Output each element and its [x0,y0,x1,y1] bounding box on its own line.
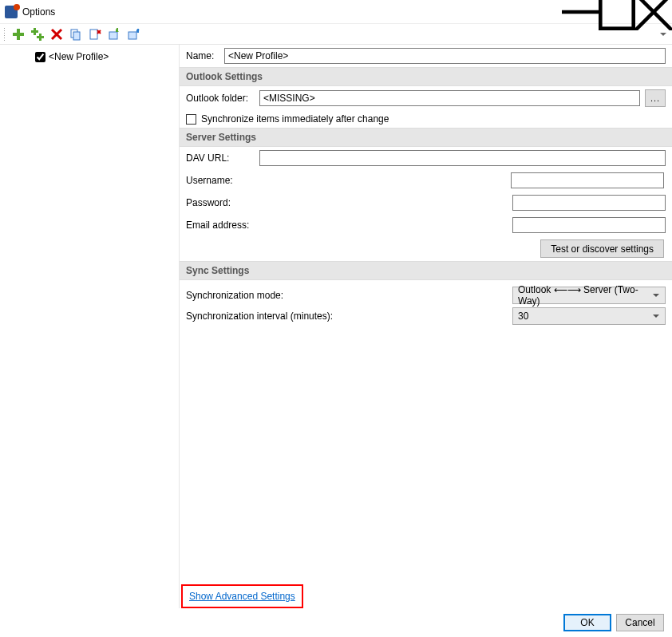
show-advanced-link[interactable]: Show Advanced Settings [189,591,295,602]
email-input[interactable] [512,217,666,233]
dialog-button-bar: OK Cancel [0,608,672,637]
sync-immediate-checkbox[interactable] [186,114,196,125]
sync-mode-select[interactable]: Outlook ⟵⟶ Server (Two-Way) [512,287,666,304]
svg-rect-14 [90,30,97,39]
svg-rect-1 [600,0,633,28]
minimize-button[interactable] [562,0,599,24]
ok-button[interactable]: OK [563,614,611,631]
svg-rect-5 [13,33,24,36]
section-sync: Sync Settings [180,261,672,280]
copy-button[interactable] [67,26,85,43]
advanced-link-highlight: Show Advanced Settings [181,584,303,608]
password-label: Password: [186,197,259,208]
name-input[interactable] [224,48,666,64]
sync-interval-label: Synchronization interval (minutes): [186,311,333,322]
sync-mode-label: Synchronization mode: [186,290,283,301]
outlook-folder-label: Outlook folder: [186,93,259,104]
svg-rect-7 [31,30,38,33]
browse-folder-button[interactable]: ... [645,89,666,107]
username-input[interactable] [511,172,664,188]
svg-rect-13 [73,32,80,40]
profile-tree: <New Profile> [0,45,180,608]
sync-immediate-label: Synchronize items immediately after chan… [201,113,389,125]
maximize-button[interactable] [599,0,635,24]
cancel-button[interactable]: Cancel [616,614,664,631]
outlook-folder-input[interactable] [259,90,640,106]
content-pane: Name: Outlook Settings Outlook folder: .… [180,45,672,608]
paste-button[interactable] [86,26,104,43]
close-button[interactable] [635,0,672,24]
tree-item[interactable]: <New Profile> [3,49,176,64]
export-button[interactable] [125,26,142,43]
email-label: Email address: [186,220,259,231]
import-button[interactable] [105,26,123,43]
section-outlook: Outlook Settings [180,67,672,86]
dav-input[interactable] [259,150,666,166]
tree-item-checkbox[interactable] [35,52,45,62]
svg-marker-21 [660,33,666,36]
section-server: Server Settings [180,128,672,147]
title-bar: Options [0,0,672,24]
window-title: Options [22,6,55,18]
delete-profile-button[interactable] [48,26,65,43]
test-settings-button[interactable]: Test or discover settings [540,239,664,258]
password-input[interactable] [512,195,666,211]
toolbar-overflow-icon[interactable] [658,29,669,40]
dav-label: DAV URL: [186,152,259,164]
username-label: Username: [186,175,259,186]
svg-rect-9 [37,36,44,38]
svg-rect-17 [109,32,117,39]
app-icon [5,6,18,18]
add-profile-button[interactable] [10,26,27,43]
sync-interval-value: 30 [518,311,528,322]
sync-mode-value: Outlook ⟵⟶ Server (Two-Way) [518,284,650,307]
add-multiple-button[interactable] [29,26,46,43]
toolbar-grip [3,27,6,42]
name-label: Name: [186,50,224,61]
sync-interval-select[interactable]: 30 [512,307,666,325]
svg-rect-19 [128,32,136,39]
tree-item-label: <New Profile> [49,51,109,62]
